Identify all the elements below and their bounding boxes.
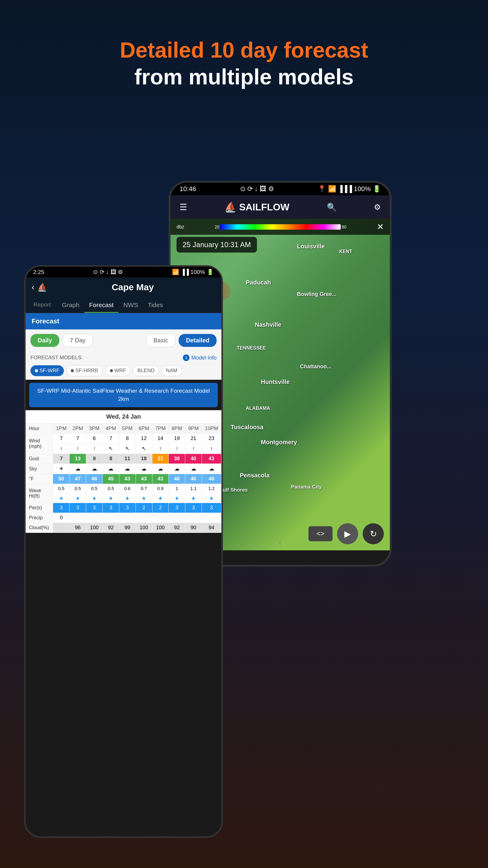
status-icons-front: ⊙ ⟳ ↓ 🖼 ⚙ [93,269,123,276]
tab-bar: Report: Graph Forecast NWS Tides [26,297,221,313]
model-info-icon[interactable]: i [183,354,190,361]
tab-nws[interactable]: NWS [119,297,143,313]
bottom-chevron[interactable]: ‹ [279,538,281,547]
forecast-table: Wed, 24 Jan Hour 1PM 2PM 3PM 4PM 5PM 6PM… [26,410,221,533]
model-sf-hrrr[interactable]: SF-HRRR [66,365,103,376]
map-label-panama: Panama City [291,484,322,490]
hour-row: Hour 1PM 2PM 3PM 4PM 5PM 6PM 7PM 8PM 9PM… [26,424,221,434]
gust-row: Gust 7 13 9 8 11 18 21 38 40 43 [26,454,221,464]
app-bar-back: ☰ ⛵ SAILFLOW 🔍 ⚙ [170,195,390,219]
table-scroll[interactable]: Hour 1PM 2PM 3PM 4PM 5PM 6PM 7PM 8PM 9PM… [26,424,221,533]
map-label-montgomery: Montgomery [261,439,297,446]
tab-report[interactable]: Report: [29,297,57,313]
status-right-front: 📶 ▐▐ 100% 🔋 [172,269,214,276]
map-label-tuscaloosa: Tuscaloosa [231,424,264,431]
wind-speed-row: Wind(mph) 7 7 6 7 8 12 14 19 21 23 [26,434,221,444]
cloud-label: Cloud(%) [26,523,53,533]
status-time-back: 10:46 [180,185,196,193]
map-label-nashville: Nashville [255,321,281,328]
gust-label: Gust [26,454,53,464]
filter-row: Daily 7 Day Basic Detailed [26,330,221,351]
forecast-section-header: Forecast [26,313,221,330]
tab-tides[interactable]: Tides [143,297,168,313]
sky-row: Sky ☀ ☁ ☁ ☁ ☁ ☁ ☁ ☁ ☁ ☁ [26,464,221,474]
forecast-data-table: Hour 1PM 2PM 3PM 4PM 5PM 6PM 7PM 8PM 9PM… [26,424,221,533]
map-label-alabama: ALABAMA [246,406,270,411]
model-sf-wrf[interactable]: SF-WRF [30,365,64,376]
search-icon[interactable]: 🔍 [327,203,336,212]
map-label-pensacola: Pensacola [240,472,270,479]
model-info-label[interactable]: Model Info [191,355,217,361]
hero-section: Detailed 10 day forecast from multiple m… [0,36,488,89]
status-right-back: 📍 📶 ▐▐▐ 100% 🔋 [318,185,381,193]
period-row: Per(s) 3 3 3 3 3 2 2 3 3 3 [26,503,221,513]
daily-button[interactable]: Daily [30,334,59,347]
settings-icon[interactable]: ⚙ [374,203,381,212]
status-icons-back: ⊙ ⟳ ↓ 🖼 ⚙ [240,185,274,193]
cloud-row: Cloud(%) 96 100 92 99 100 100 92 90 94 [26,523,221,533]
refresh-button[interactable]: ↻ [363,523,384,544]
date-badge: 25 January 10:31 AM [176,237,257,253]
tab-graph[interactable]: Graph [57,297,84,313]
phone-front: 2:25 ⊙ ⟳ ↓ 🖼 ⚙ 📶 ▐▐ 100% 🔋 ‹ ⛵ Cape May … [24,265,223,838]
map-label-gulf: Gulf Shores [219,487,248,493]
wave-ht-row: WaveHt(ft) 0.5 0.5 0.5 0.5 0.6 0.7 0.9 1… [26,484,221,493]
map-label-huntsville: Huntsville [261,378,290,385]
hour-label: Hour [26,424,53,434]
seven-day-button[interactable]: 7 Day [62,334,93,347]
models-selector-row: SF-WRF SF-HRRR WRF BLEND NAM [26,364,221,380]
sailboat-icon: ⛵ [37,283,47,292]
map-label-kent: KENT [339,249,352,254]
model-blend[interactable]: BLEND [133,365,159,376]
wind-label: Wind(mph) [26,434,53,454]
menu-icon[interactable]: ☰ [180,202,187,212]
precip-label: Precip [26,513,53,523]
status-time-front: 2:25 [33,269,44,276]
media-controls: <> ▶ ↻ [308,523,384,544]
hero-line1: Detailed 10 day forecast [0,36,488,64]
models-label: FORECAST MODELS: [30,355,83,361]
color-scale: 20 80 [215,224,347,230]
back-button[interactable]: ‹ [32,282,34,292]
temp-label: °F [26,474,53,484]
map-label-louisville: Louisville [297,243,325,250]
status-bar-back: 10:46 ⊙ ⟳ ↓ 🖼 ⚙ 📍 📶 ▐▐▐ 100% 🔋 [170,183,390,195]
status-bar-front: 2:25 ⊙ ⟳ ↓ 🖼 ⚙ 📶 ▐▐ 100% 🔋 [26,267,221,277]
model-title-bar: SF-WRF Mid-Atlantic SailFlow Weather & R… [29,383,218,407]
wave-label: WaveHt(ft) [26,484,53,503]
location-name: Cape May [50,282,216,292]
period-label: Per(s) [26,503,53,513]
model-wrf[interactable]: WRF [105,365,131,376]
basic-button[interactable]: Basic [146,334,175,347]
map-label-chattanooga: Chattanoo... [300,364,331,370]
map-label-bowling: Bowling Gree... [297,291,336,298]
precip-row: Precip 0 [26,513,221,523]
play-button[interactable]: ▶ [337,523,358,544]
sky-label: Sky [26,464,53,474]
model-nam[interactable]: NAM [161,365,182,376]
map-overlay-bar: dbz 20 80 ✕ [170,219,390,235]
tab-forecast[interactable]: Forecast [84,297,119,313]
wave-arrow-row: ▲ ▲ ▲ ▲ ▲ ▲ ▲ ▲ ▲ ▲ [26,493,221,503]
hero-line2: from multiple models [0,64,488,89]
map-label-tennessee: TENNESSEE [237,345,266,351]
map-close-button[interactable]: ✕ [377,222,384,232]
models-row: FORECAST MODELS: i Model Info [26,351,221,364]
map-label-paducah: Paducah [246,279,271,286]
detailed-button[interactable]: Detailed [178,334,217,347]
nav-prev-next[interactable]: <> [308,526,332,541]
scale-label: dbz [176,224,184,230]
temp-row: °F 50 47 46 45 43 43 43 46 46 48 [26,474,221,484]
app-bar-front: ‹ ⛵ Cape May [26,277,221,297]
wind-dir-row: ↑ ↑ ↑ ↖ ↖ ↖ ↑ ↑ ↑ ↑ [26,444,221,454]
date-header: Wed, 24 Jan [26,410,221,424]
